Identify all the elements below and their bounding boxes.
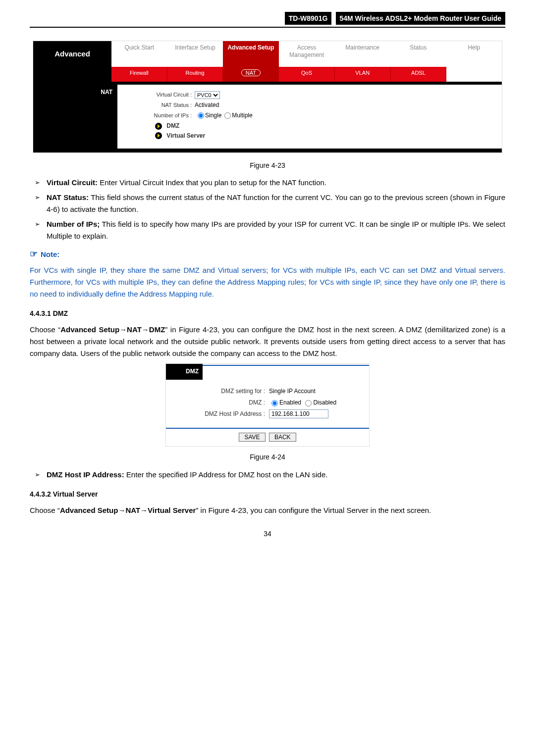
note-body: For VCs with single IP, they share the s… [30,264,505,300]
guide-title: 54M Wireless ADSL2+ Modem Router User Gu… [336,12,506,25]
nat-status-label: NAT Status : [122,101,195,110]
bottom-bar [33,149,502,152]
link-virtual-server[interactable]: Virtual Server [155,131,497,141]
dmz-host-ip-input[interactable] [269,409,328,418]
subnav-adsl[interactable]: ADSL [391,67,447,82]
vc-label: Virtual Circuit : [122,91,195,100]
dmz-paragraph: Choose “Advanced Setup→NAT→DMZ” in Figur… [30,324,505,359]
radio-enabled[interactable] [271,400,278,406]
radio-disabled[interactable] [305,400,312,406]
subnav-firewall[interactable]: Firewall [111,67,167,82]
bullet-virtual-circuit: Virtual Circuit: Enter Virtual Circuit I… [35,177,505,189]
dmz-setting-for-label: DMZ setting for : [171,387,269,396]
dmz-setting-for-value: Single IP Account [269,387,316,396]
nav-interface-setup[interactable]: Interface Setup [167,41,223,67]
arrow-icon [155,123,162,130]
note-header: ☞Note: [30,247,505,261]
nav-maintenance[interactable]: Maintenance [334,41,390,67]
screenshot-nat-page: Advanced Quick Start Interface Setup Adv… [33,41,502,152]
fig23-bullets: Virtual Circuit: Enter Virtual Circuit I… [30,177,505,242]
radio-single[interactable] [198,112,204,119]
screenshot-dmz-page: DMZ DMZ setting for : Single IP Account … [165,363,370,447]
dmz-side-label: DMZ [166,364,203,379]
sidebar-title: Advanced [33,41,111,67]
fig24-bullets: DMZ Host IP Address: Enter the specified… [30,469,505,481]
dmz-host-ip-label: DMZ Host IP Address : [171,409,269,419]
nav-help[interactable]: Help [446,41,502,67]
radio-multiple-label: Multiple [232,111,252,120]
save-button[interactable]: SAVE [239,433,265,442]
link-dmz[interactable]: DMZ [155,121,497,131]
pointer-icon: ☞ [30,249,38,259]
figure-23-caption: Figure 4-23 [30,160,505,171]
figure-24-caption: Figure 4-24 [30,452,505,462]
document-header: TD-W8901G 54M Wireless ADSL2+ Modem Rout… [30,12,505,28]
main-nav-row: Advanced Quick Start Interface Setup Adv… [33,41,502,67]
nat-body: NAT Virtual Circuit : PVC0 NAT Status : … [33,85,502,148]
subnav-vlan[interactable]: VLAN [335,67,391,82]
sub-nav-row: Firewall Routing NAT QoS VLAN ADSL [33,67,502,82]
page-number: 34 [30,528,505,539]
bullet-number-of-ips: Number of IPs; This field is to specify … [35,218,505,242]
dmz-header-line [203,365,369,379]
heading-virtual-server: 4.4.3.2 Virtual Server [30,489,505,500]
subnav-nat[interactable]: NAT [223,67,279,82]
subnav-qos[interactable]: QoS [279,67,335,82]
bullet-nat-status: NAT Status: This field shows the current… [35,192,505,215]
radio-enabled-label: Enabled [279,398,301,407]
back-button[interactable]: BACK [269,433,296,442]
heading-dmz: 4.4.3.1 DMZ [30,308,505,319]
section-label: NAT [33,85,117,148]
bullet-dmz-host-ip: DMZ Host IP Address: Enter the specified… [35,469,505,481]
nat-status-value: Activated [195,101,219,110]
nav-advanced-setup[interactable]: Advanced Setup [223,41,279,67]
nav-status[interactable]: Status [390,41,446,67]
model-badge: TD-W8901G [285,12,332,25]
radio-single-label: Single [205,111,221,120]
dmz-label: DMZ : [171,398,269,407]
num-ips-label: Number of IPs : [122,111,195,120]
vs-paragraph: Choose “Advanced Setup→NAT→Virtual Serve… [30,504,505,516]
radio-disabled-label: Disabled [313,398,336,407]
subnav-routing[interactable]: Routing [167,67,223,82]
nav-access-management[interactable]: Access Management [279,41,335,67]
nav-quick-start[interactable]: Quick Start [111,41,167,67]
virtual-circuit-select[interactable]: PVC0 [195,91,220,99]
radio-multiple[interactable] [224,112,231,119]
arrow-icon [155,132,162,139]
subnav-spacer [446,67,502,82]
